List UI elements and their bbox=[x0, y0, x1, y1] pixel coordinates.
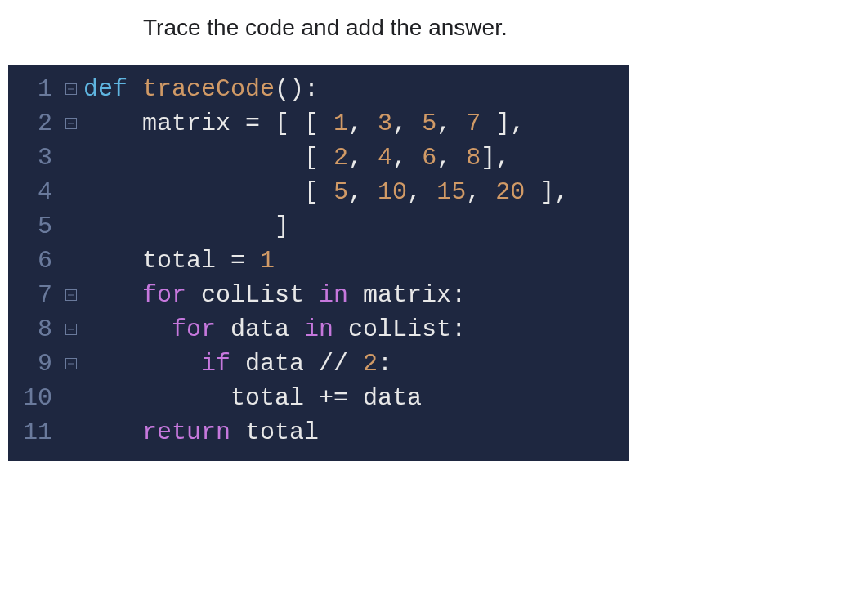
code-line: 6 total = 1 bbox=[8, 244, 629, 278]
fold-gutter[interactable] bbox=[59, 83, 83, 95]
code-content: def traceCode(): bbox=[83, 72, 319, 106]
fold-gutter[interactable] bbox=[59, 289, 83, 301]
line-number: 9 bbox=[8, 347, 59, 381]
code-line: 4 [ 5, 10, 15, 20 ], bbox=[8, 175, 629, 209]
code-content: for data in colList: bbox=[83, 312, 466, 347]
fold-minus-icon bbox=[65, 324, 77, 335]
code-line: 2 matrix = [ [ 1, 3, 5, 7 ], bbox=[8, 106, 629, 141]
code-content: total = 1 bbox=[83, 244, 275, 278]
fold-minus-icon bbox=[65, 289, 77, 301]
code-line: 10 total += data bbox=[8, 381, 629, 415]
line-number: 2 bbox=[8, 106, 59, 141]
code-line: 3 [ 2, 4, 6, 8], bbox=[8, 141, 629, 175]
code-line: 11 return total bbox=[8, 415, 629, 450]
line-number: 1 bbox=[8, 72, 59, 106]
fold-gutter[interactable] bbox=[59, 324, 83, 335]
code-content: for colList in matrix: bbox=[83, 278, 466, 312]
code-content: matrix = [ [ 1, 3, 5, 7 ], bbox=[83, 106, 525, 141]
fold-minus-icon bbox=[65, 118, 77, 129]
code-line: 8 for data in colList: bbox=[8, 312, 629, 347]
line-number: 11 bbox=[8, 415, 59, 450]
line-number: 5 bbox=[8, 209, 59, 244]
code-line: 9 if data // 2: bbox=[8, 347, 629, 381]
code-content: ] bbox=[83, 209, 289, 244]
line-number: 3 bbox=[8, 141, 59, 175]
code-line: 5 ] bbox=[8, 209, 629, 244]
instruction-text: Trace the code and add the answer. bbox=[0, 0, 868, 65]
line-number: 6 bbox=[8, 244, 59, 278]
code-editor: 1 def traceCode(): 2 matrix = [ [ 1, 3, … bbox=[8, 65, 629, 461]
line-number: 4 bbox=[8, 175, 59, 209]
fold-minus-icon bbox=[65, 358, 77, 369]
fold-minus-icon bbox=[65, 83, 77, 95]
fold-gutter[interactable] bbox=[59, 358, 83, 369]
line-number: 7 bbox=[8, 278, 59, 312]
code-content: [ 2, 4, 6, 8], bbox=[83, 141, 510, 175]
code-line: 1 def traceCode(): bbox=[8, 72, 629, 106]
code-content: if data // 2: bbox=[83, 347, 392, 381]
code-content: return total bbox=[83, 415, 319, 450]
line-number: 10 bbox=[8, 381, 59, 415]
line-number: 8 bbox=[8, 312, 59, 347]
code-content: total += data bbox=[83, 381, 422, 415]
code-line: 7 for colList in matrix: bbox=[8, 278, 629, 312]
fold-gutter[interactable] bbox=[59, 118, 83, 129]
code-content: [ 5, 10, 15, 20 ], bbox=[83, 175, 569, 209]
